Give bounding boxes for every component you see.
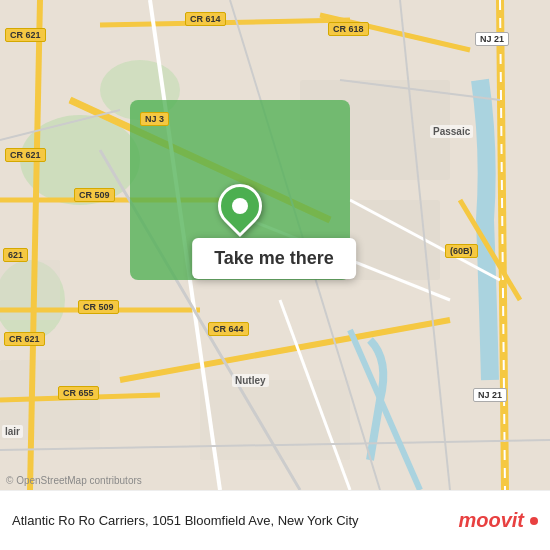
city-label-clair: lair xyxy=(2,425,23,438)
road-label-cr614: CR 614 xyxy=(185,12,226,26)
city-label-passaic: Passaic xyxy=(430,125,473,138)
road-label-cr509-2: CR 509 xyxy=(78,300,119,314)
road-label-nj21-2: NJ 21 xyxy=(473,388,507,402)
osm-credit: © OpenStreetMap contributors xyxy=(6,475,142,486)
location-pin xyxy=(218,184,262,228)
road-label-cr621-2: CR 621 xyxy=(5,148,46,162)
road-label-cr618: CR 618 xyxy=(328,22,369,36)
road-label-cr621-3: CR 621 xyxy=(4,332,45,346)
address-text: Atlantic Ro Ro Carriers, 1051 Bloomfield… xyxy=(12,513,458,528)
take-me-there-button[interactable]: Take me there xyxy=(192,238,356,279)
road-label-cr509-1: CR 509 xyxy=(74,188,115,202)
moovit-dot xyxy=(530,517,538,525)
address-label: Atlantic Ro Ro Carriers, 1051 Bloomfield… xyxy=(12,513,359,528)
road-label-nj21-1: NJ 21 xyxy=(475,32,509,46)
road-label-cr644: CR 644 xyxy=(208,322,249,336)
road-label-621: 621 xyxy=(3,248,28,262)
moovit-text: moovit xyxy=(458,509,524,532)
city-label-nutley: Nutley xyxy=(232,374,269,387)
road-label-nj3: NJ 3 xyxy=(140,112,169,126)
road-label-cr655: CR 655 xyxy=(58,386,99,400)
bottom-bar: Atlantic Ro Ro Carriers, 1051 Bloomfield… xyxy=(0,490,550,550)
map-container: Take me there CR 621 CR 614 CR 618 NJ 21… xyxy=(0,0,550,490)
road-label-cr621-1: CR 621 xyxy=(5,28,46,42)
road-label-60b: (60B) xyxy=(445,244,478,258)
moovit-logo: moovit xyxy=(458,509,538,532)
